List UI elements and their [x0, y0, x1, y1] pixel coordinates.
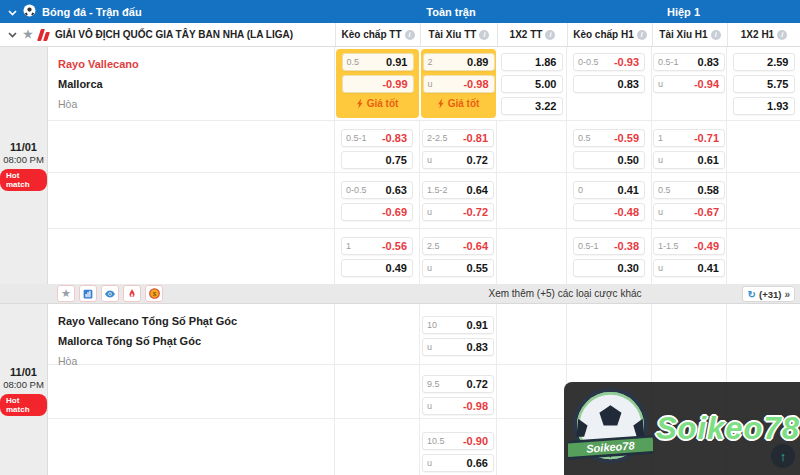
odds-box[interactable]: u0.61 — [653, 151, 725, 169]
odds-box[interactable]: 0.50 — [573, 151, 645, 169]
odds-box[interactable]: 1.93 — [733, 97, 795, 115]
odds-box[interactable]: 5.75 — [733, 75, 795, 93]
odds-box[interactable]: u-0.98 — [422, 397, 494, 415]
overunder-h1-cell: 0.50.58 u-0.67 — [652, 173, 727, 228]
odds-box[interactable]: -0.69 — [341, 203, 413, 221]
info-icon[interactable] — [711, 30, 721, 40]
hot-match-badge: Hot match — [0, 169, 47, 191]
odds-box[interactable]: u0.55 — [422, 259, 494, 277]
sport-title: Bóng đá - Trận đấu — [42, 6, 142, 18]
home-team-corners: Rayo Vallecano Tổng Số Phạt Góc — [58, 311, 334, 331]
show-more-bets-link[interactable]: Xem thêm (+5) các loại cược khác — [488, 288, 641, 299]
team-names: Rayo Vallecano Mallorca Hòa — [48, 47, 335, 120]
odds-box[interactable]: u0.83 — [422, 338, 494, 356]
odds-box[interactable]: 0.49 — [341, 259, 413, 277]
odds-box[interactable]: 1.5-20.64 — [422, 181, 494, 199]
odds-box[interactable]: 0-0.50.63 — [341, 181, 413, 199]
odds-box[interactable]: -0.99 — [342, 75, 414, 93]
column-header-overunder-h1: Tài Xỉu H1 — [652, 23, 727, 46]
handicap-ft-cell — [335, 304, 420, 371]
1x2-h1-cell — [727, 365, 800, 419]
svg-text:$: $ — [152, 290, 156, 297]
odds-box[interactable]: 0.5-1-0.38 — [573, 237, 645, 255]
teams-spacer — [48, 419, 335, 475]
odds-box[interactable]: 2.59 — [733, 53, 795, 71]
odds-box[interactable]: 0.50.58 — [653, 181, 725, 199]
odds-box[interactable]: 20.89 — [423, 53, 495, 71]
1x2-ft-cell — [497, 304, 567, 371]
teams-spacer — [48, 365, 335, 419]
info-icon[interactable] — [545, 30, 555, 40]
column-header-handicap-h1: Kèo chấp H1 — [567, 23, 652, 46]
odds-box[interactable]: 0.30 — [573, 259, 645, 277]
overunder-ft-cell: 10.5-0.90 u0.66 — [420, 419, 497, 475]
handicap-ft-cell — [335, 365, 420, 419]
info-icon[interactable] — [777, 30, 787, 40]
odds-box[interactable]: 1-0.56 — [341, 237, 413, 255]
1x2-ft-cell: 1.86 5.00 3.22 — [497, 47, 567, 120]
odds-box[interactable]: 0-0.5-0.93 — [573, 53, 645, 71]
odds-box[interactable]: 0.75 — [341, 151, 413, 169]
favorite-star-icon[interactable]: ★ — [23, 29, 33, 40]
odds-box[interactable]: u-0.67 — [653, 203, 725, 221]
info-icon[interactable] — [405, 30, 415, 40]
odds-box[interactable]: 1-1.5-0.49 — [653, 237, 725, 255]
odds-box[interactable]: -0.48 — [573, 203, 645, 221]
odds-box[interactable]: 1-0.71 — [653, 129, 725, 147]
group-full-match: Toàn trận — [335, 6, 567, 18]
handicap-h1-cell: 0.5-0.59 0.50 — [567, 121, 652, 173]
favorite-star-button[interactable]: ★ — [57, 285, 75, 302]
odds-box[interactable]: 2.5-0.64 — [422, 237, 494, 255]
match-time: 08:00 PM — [3, 154, 44, 165]
overunder-h1-cell: 0.5-10.83 u-0.94 — [652, 47, 727, 120]
odds-box[interactable]: 5.00 — [501, 75, 563, 93]
handicap-h1-cell: 00.41 -0.48 — [567, 173, 652, 228]
coin-icon: $ — [149, 288, 160, 299]
1x2-ft-cell — [497, 365, 567, 419]
team-names: Rayo Vallecano Tổng Số Phạt Góc Mallorca… — [48, 304, 335, 371]
away-team: Mallorca — [58, 74, 334, 94]
lightning-icon — [438, 98, 445, 109]
info-icon[interactable] — [479, 30, 489, 40]
coin-button[interactable]: $ — [145, 285, 163, 302]
odds-box[interactable]: u0.66 — [422, 454, 494, 472]
league-header-row: ★ GIẢI VÔ ĐỊCH QUỐC GIA TÂY BAN NHA (LA … — [0, 23, 800, 47]
hot-button[interactable] — [123, 285, 141, 302]
odds-box[interactable]: u-0.72 — [422, 203, 494, 221]
odds-box[interactable]: 0.5-10.83 — [653, 53, 725, 71]
odds-box[interactable]: 9.50.72 — [422, 375, 494, 393]
1x2-h1-cell — [727, 173, 800, 228]
odds-box[interactable]: u-0.98 — [423, 75, 495, 93]
watch-button[interactable] — [101, 285, 119, 302]
scroll-to-top-button[interactable]: ↑ — [771, 444, 795, 468]
odds-box[interactable]: 100.91 — [422, 316, 494, 334]
flame-icon — [128, 288, 136, 299]
odds-box[interactable]: 10.5-0.90 — [422, 432, 494, 450]
info-icon[interactable] — [637, 30, 647, 40]
more-markets-button[interactable]: ↻ (+31) » — [742, 286, 795, 302]
odds-box[interactable]: u0.41 — [653, 259, 725, 277]
handicap-h1-cell — [567, 304, 652, 371]
1x2-h1-cell — [727, 304, 800, 371]
overunder-h1-cell: 1-1.5-0.49 u0.41 — [652, 229, 727, 284]
odds-box[interactable]: 0.50.91 — [342, 53, 414, 71]
group-first-half: Hiệp 1 — [567, 6, 800, 18]
odds-box[interactable]: u0.72 — [422, 151, 494, 169]
odds-box[interactable]: 0.5-0.59 — [573, 129, 645, 147]
handicap-h1-cell: 0.5-1-0.38 0.30 — [567, 229, 652, 284]
odds-box[interactable]: 2-2.5-0.81 — [422, 129, 494, 147]
odds-box[interactable]: 00.41 — [573, 181, 645, 199]
odds-box[interactable]: 1.86 — [501, 53, 563, 71]
match-date: 11/01 — [10, 141, 37, 153]
odds-box[interactable]: 0.5-1-0.83 — [341, 129, 413, 147]
odds-box[interactable]: 3.22 — [501, 97, 563, 115]
teams-spacer — [48, 173, 335, 228]
statistics-button[interactable] — [79, 285, 97, 302]
odds-box[interactable]: u-0.94 — [653, 75, 725, 93]
column-header-1x2-ft: 1X2 TT — [497, 23, 567, 46]
overunder-ft-cell: 9.50.72 u-0.98 — [420, 365, 497, 419]
collapse-chevron-icon[interactable] — [8, 6, 17, 18]
stats-icon — [83, 289, 93, 299]
league-collapse-chevron-icon[interactable] — [8, 29, 17, 40]
odds-box[interactable]: 0.83 — [573, 75, 645, 93]
